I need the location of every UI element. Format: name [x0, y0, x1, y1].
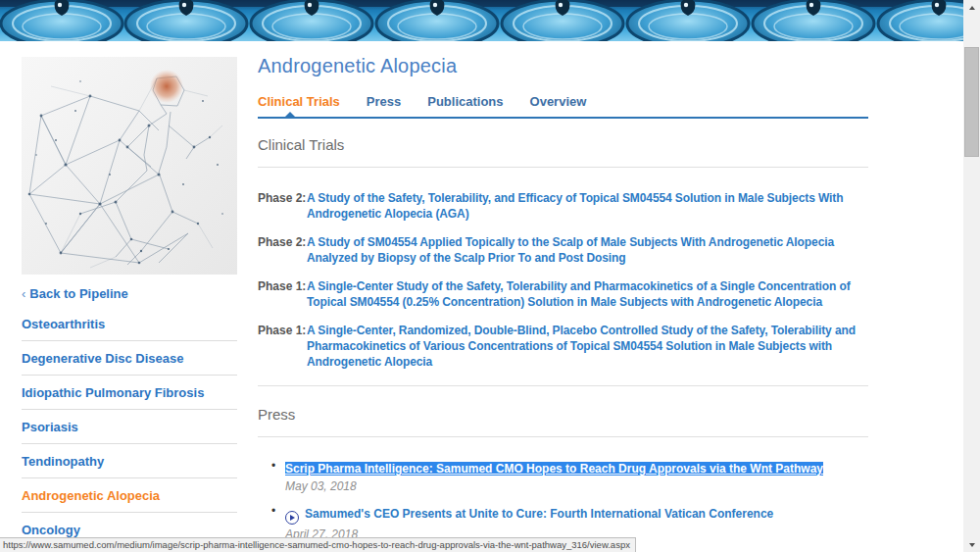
header-banner-image — [0, 0, 963, 41]
tab-underline — [258, 117, 868, 119]
phase-label: Phase 1: — [258, 323, 307, 370]
trial-row: Phase 2: A Study of SM04554 Applied Topi… — [258, 234, 868, 266]
phase-label: Phase 2: — [258, 234, 307, 266]
back-to-pipeline-label: Back to Pipeline — [29, 286, 127, 301]
main-content: Androgenetic Alopecia Clinical Trials Pr… — [258, 55, 868, 552]
section-divider — [258, 385, 868, 386]
back-to-pipeline-link[interactable]: ‹Back to Pipeline — [22, 286, 237, 301]
sidebar-item-degenerative-disc-disease[interactable]: Degenerative Disc Disease — [22, 341, 237, 376]
tab-clinical-trials[interactable]: Clinical Trials — [258, 94, 340, 109]
press-link-vatican-conference[interactable]: Samumed's CEO Presents at Unite to Cure:… — [285, 507, 773, 521]
sidebar-item-idiopathic-pulmonary-fibrosis[interactable]: Idiopathic Pulmonary Fibrosis — [22, 376, 237, 410]
press-link-scrip-pharma[interactable]: Scrip Pharma Intelligence: Samumed CMO H… — [285, 462, 823, 476]
chevron-left-icon: ‹ — [22, 286, 25, 301]
active-tab-pointer-icon — [285, 112, 295, 117]
tab-overview[interactable]: Overview — [530, 94, 587, 109]
scrollbar-thumb[interactable] — [964, 47, 979, 157]
sidebar-item-osteoarthritis[interactable]: Osteoarthritis — [22, 307, 237, 341]
press-date: May 03, 2018 — [285, 479, 868, 493]
trial-link[interactable]: A Single-Center Study of the Safety, Tol… — [307, 278, 868, 310]
press-item: • Scrip Pharma Intelligence: Samumed CMO… — [258, 459, 868, 493]
trial-link[interactable]: A Study of the Safety, Tolerability, and… — [307, 190, 868, 222]
sidebar: ‹Back to Pipeline Osteoarthritis Degener… — [22, 57, 237, 547]
press-item: • Samumed's CEO Presents at Unite to Cur… — [258, 504, 868, 541]
tab-press[interactable]: Press — [367, 94, 401, 109]
trial-row: Phase 1: A Single-Center, Randomized, Do… — [258, 323, 868, 370]
pipeline-nav: Osteoarthritis Degenerative Disc Disease… — [22, 307, 237, 547]
phase-label: Phase 1: — [258, 278, 307, 310]
trial-link[interactable]: A Single-Center, Randomized, Double-Blin… — [307, 323, 868, 370]
press-heading: Press — [258, 406, 868, 423]
trial-row: Phase 1: A Single-Center Study of the Sa… — [258, 278, 868, 310]
tab-publications[interactable]: Publications — [427, 94, 503, 109]
scroll-down-arrow-icon[interactable] — [963, 537, 980, 552]
section-divider — [258, 167, 868, 168]
scroll-up-arrow-icon[interactable] — [963, 0, 980, 15]
vertical-scrollbar[interactable] — [963, 0, 980, 552]
sidebar-item-psoriasis[interactable]: Psoriasis — [22, 410, 237, 444]
phase-label: Phase 2: — [258, 190, 307, 222]
trial-row: Phase 2: A Study of the Safety, Tolerabi… — [258, 190, 868, 222]
bullet-icon: • — [271, 504, 285, 541]
clinical-trials-heading: Clinical Trials — [258, 136, 868, 153]
trial-link[interactable]: A Study of SM04554 Applied Topically to … — [307, 234, 868, 266]
press-link-label: Samumed's CEO Presents at Unite to Cure:… — [305, 507, 773, 521]
trials-list: Phase 2: A Study of the Safety, Tolerabi… — [258, 190, 868, 370]
browser-status-url: https://www.samumed.com/medium/image/scr… — [0, 537, 636, 552]
section-divider — [258, 436, 868, 437]
sidebar-item-tendinopathy[interactable]: Tendinopathy — [22, 444, 237, 478]
sidebar-item-androgenetic-alopecia[interactable]: Androgenetic Alopecia — [22, 478, 237, 513]
runner-network-illustration — [22, 57, 237, 275]
tab-bar: Clinical Trials Press Publications Overv… — [258, 94, 868, 109]
play-icon — [285, 511, 299, 525]
bullet-icon: • — [271, 459, 285, 493]
page-title: Androgenetic Alopecia — [258, 55, 868, 77]
